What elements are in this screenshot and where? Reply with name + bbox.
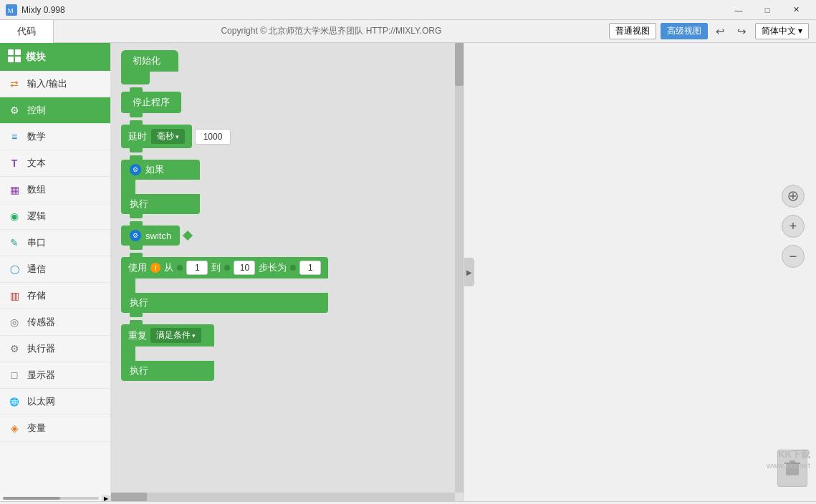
control-icon: ⚙ [7,103,21,117]
delay-unit-dropdown[interactable]: 毫秒 ▾ [151,129,185,144]
execute-label-if: 执行 [130,198,148,209]
init-label: 初始化 [133,54,160,67]
language-selector[interactable]: 简体中文 ▾ [755,23,809,39]
center-button[interactable] [782,185,805,208]
for-label: 使用 [128,261,147,274]
sidebar-item-comm[interactable]: ◯ 通信 [0,256,110,283]
text-icon: T [7,156,21,170]
svg-rect-4 [8,57,14,62]
sidebar-label-ethernet: 以太网 [27,395,55,408]
watermark-line2: www.kkx.net [767,461,810,470]
sidebar-label-comm: 通信 [27,263,46,276]
sidebar-label-actuator: 执行器 [27,342,55,355]
sidebar-label-variable: 变量 [27,422,46,435]
for-to-label: 到 [211,261,221,274]
sidebar-label-math: 数学 [27,130,46,143]
serial-icon: ✎ [7,236,21,250]
zoom-out-button[interactable]: − [782,245,805,268]
sidebar-scroll-area: ⇄ 输入/输出 ⚙ 控制 ≡ 数学 T 文本 ▦ 数组 [0,71,110,495]
sidebar-label-logic: 逻辑 [27,210,46,223]
svg-rect-3 [15,49,21,55]
for-step-input[interactable]: 1 [299,261,321,275]
execute-label-for: 执行 [130,297,148,308]
app-icon: M [6,4,17,16]
sidebar-item-variable[interactable]: ◈ 变量 [0,415,110,442]
execute-label-repeat: 执行 [130,365,148,376]
sidebar-label-control: 控制 [27,104,46,117]
switch-diamond [183,231,193,241]
io-icon: ⇄ [7,77,21,91]
math-icon: ≡ [7,130,21,144]
sidebar-item-actuator[interactable]: ⚙ 执行器 [0,336,110,362]
for-block[interactable]: 使用 i 从 1 到 10 步长为 1 执行 [121,257,328,313]
sidebar: 模块 ⇄ 输入/输出 ⚙ 控制 ≡ 数学 T 文本 [0,43,111,501]
svg-rect-2 [8,49,14,55]
sidebar-item-display[interactable]: □ 显示器 [0,362,110,389]
for-step-label: 步长为 [259,261,287,274]
canvas-vscrollbar[interactable] [455,43,464,493]
repeat-cond-dropdown[interactable]: 满足条件 ▾ [150,328,201,343]
actuator-icon: ⚙ [7,341,21,356]
repeat-label: 重复 [128,329,147,342]
sidebar-item-array[interactable]: ▦ 数组 [0,177,110,203]
stop-label: 停止程序 [133,96,170,109]
switch-icon: ⚙ [130,230,141,241]
normal-view-button[interactable]: 普通视图 [609,23,656,39]
sidebar-item-serial[interactable]: ✎ 串口 [0,230,110,256]
for-from-value [177,265,183,271]
collapse-button[interactable]: ▶ [464,258,474,286]
tab-bar: 代码 Copyright © 北京师范大学米思齐团队 HTTP://MIXLY.… [0,20,816,43]
comm-icon: ◯ [7,262,21,276]
undo-button[interactable]: ↩ [712,23,729,40]
footer: 新建 打开 保存 另存为 导出库 导入库 管理库 编译 上传 Arduino N… [0,501,816,504]
array-icon: ▦ [7,183,21,197]
sensor-icon: ◎ [7,315,21,329]
zoom-in-button[interactable]: + [782,215,805,238]
maximize-button[interactable]: □ [753,0,782,20]
sidebar-label-array: 数组 [27,183,46,196]
for-from-input[interactable]: 1 [186,261,208,275]
for-var-badge: i [150,263,160,273]
watermark-line1: KK下载 [767,448,810,461]
sidebar-item-ethernet[interactable]: 🌐 以太网 [0,389,110,415]
copyright-text: Copyright © 北京师范大学米思齐团队 HTTP://MIXLY.ORG [54,25,609,37]
sidebar-label-serial: 串口 [27,236,46,249]
ethernet-icon: 🌐 [7,394,21,409]
sidebar-label-text: 文本 [27,157,46,170]
code-tab[interactable]: 代码 [0,20,54,43]
sidebar-label-storage: 存储 [27,289,46,302]
redo-button[interactable]: ↪ [734,23,751,40]
for-step-value [290,265,296,271]
delay-block[interactable]: 延时 毫秒 ▾ 1000 [121,125,328,148]
for-to-input[interactable]: 10 [234,261,255,275]
for-from-label: 从 [164,261,173,274]
sidebar-item-storage[interactable]: ▥ 存储 [0,283,110,309]
sidebar-item-logic[interactable]: ◉ 逻辑 [0,203,110,230]
zoom-controls: + − [782,185,805,268]
minimize-button[interactable]: — [724,0,753,20]
sidebar-item-text[interactable]: T 文本 [0,150,110,177]
sidebar-label-display: 显示器 [27,369,55,382]
repeat-block[interactable]: 重复 满足条件 ▾ 执行 [121,324,214,381]
if-label: 如果 [145,163,164,176]
display-icon: □ [7,368,21,382]
switch-label: switch [145,231,171,241]
if-block[interactable]: ⚙ 如果 执行 [121,160,200,214]
svg-text:M: M [8,7,14,14]
stop-block[interactable]: 停止程序 [121,92,328,113]
close-button[interactable]: ✕ [782,0,810,20]
sidebar-item-control[interactable]: ⚙ 控制 [0,97,110,124]
switch-block[interactable]: ⚙ switch [121,226,328,246]
window-controls: — □ ✕ [724,0,810,20]
sidebar-item-sensor[interactable]: ◎ 传感器 [0,309,110,336]
advanced-view-button[interactable]: 高级视图 [661,23,708,39]
title-bar: M Mixly 0.998 — □ ✕ [0,0,816,20]
delay-value-input[interactable]: 1000 [195,129,231,145]
canvas-hscrollbar[interactable] [111,493,455,501]
sidebar-header[interactable]: 模块 [0,43,110,71]
sidebar-item-io[interactable]: ⇄ 输入/输出 [0,71,110,97]
sidebar-item-math[interactable]: ≡ 数学 [0,124,110,150]
svg-rect-5 [15,57,21,62]
init-block[interactable]: 初始化 [121,50,178,84]
app-title: Mixly 0.998 [21,5,724,15]
